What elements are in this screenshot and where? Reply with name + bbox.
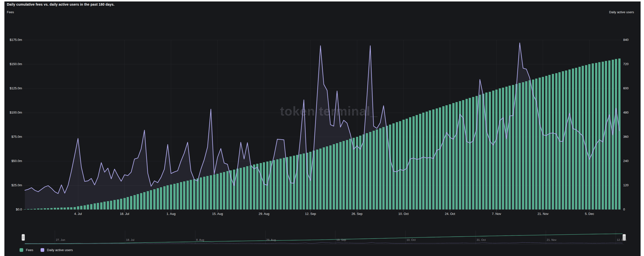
fees-bar (90, 204, 92, 209)
fees-bar (246, 166, 248, 209)
fees-bar (399, 121, 401, 210)
fees-bar (50, 208, 52, 209)
fees-bar (47, 208, 49, 210)
fees-bar (200, 177, 202, 209)
fees-bar (243, 167, 245, 209)
legend-label-daily-active-users: Daily active users (47, 248, 73, 252)
legend-item-daily-active-users[interactable]: Daily active users (40, 248, 73, 252)
fees-bar (27, 209, 29, 209)
fees-bar (130, 196, 132, 209)
fees-bar (446, 105, 448, 209)
fees-bar (300, 154, 302, 209)
fees-bar (223, 172, 225, 209)
fees-bar (595, 63, 597, 209)
fees-bar (140, 193, 142, 209)
fees-bar (213, 174, 216, 209)
fees-bar (495, 90, 498, 209)
fees-bar (389, 125, 391, 209)
fees-bar (376, 129, 378, 209)
fees-bar (120, 199, 122, 209)
fees-bar (163, 186, 166, 209)
fees-bar (605, 61, 607, 209)
fees-bar (466, 99, 468, 209)
fees-bar (117, 199, 119, 209)
fees-bar (127, 197, 129, 210)
fees-bar (396, 122, 398, 209)
fees-bar (472, 97, 474, 209)
navigator-right-handle[interactable] (623, 234, 626, 240)
fees-bar (180, 182, 182, 209)
fees-bar (256, 164, 258, 209)
fees-bar (216, 174, 218, 210)
legend: Fees Daily active users (20, 248, 73, 252)
fees-bar (253, 164, 255, 209)
fees-bar (555, 73, 558, 209)
fees-bar (618, 59, 620, 209)
fees-bar (44, 208, 46, 209)
fees-bar (538, 78, 541, 209)
legend-label-fees: Fees (26, 248, 33, 252)
fees-bar (280, 159, 282, 209)
fees-bar (452, 103, 454, 209)
fees-bar (67, 207, 69, 209)
fees-bar (276, 159, 278, 209)
fees-bar (54, 208, 56, 209)
fees-bar (615, 59, 617, 209)
fees-bar (406, 119, 408, 209)
fees-bar (528, 80, 531, 209)
fees-bar (183, 181, 185, 209)
fees-bar (416, 115, 418, 210)
fees-bar (319, 149, 322, 210)
fees-bar (575, 68, 577, 209)
fees-bar (110, 201, 112, 209)
legend-item-fees[interactable]: Fees (20, 248, 33, 252)
fees-bar (270, 161, 272, 209)
fees-swatch-icon (20, 248, 23, 252)
fees-bar (316, 150, 318, 209)
fees-bar (34, 209, 36, 209)
fees-bar (326, 146, 328, 209)
navigator-right-handle-grip[interactable] (623, 234, 626, 240)
fees-bar (422, 113, 424, 209)
navigator-left-handle-grip[interactable] (22, 234, 25, 240)
fees-bar (608, 61, 610, 209)
fees-bar (462, 100, 464, 210)
fees-bar (578, 67, 581, 209)
fees-bar (303, 153, 305, 209)
daily-active-users-swatch-icon (40, 248, 44, 252)
fees-bar (107, 201, 109, 209)
fees-bar (392, 123, 394, 209)
fees-bar (94, 203, 96, 209)
fees-bar (426, 112, 428, 209)
fees-bar (366, 133, 368, 209)
navigator-left-handle[interactable] (22, 234, 25, 240)
fees-bar (137, 194, 139, 209)
fees-bar (548, 75, 550, 209)
fees-bar (369, 132, 372, 209)
fees-bar (240, 168, 242, 209)
fees-bar (124, 198, 126, 210)
chart-plot-area[interactable] (0, 0, 644, 256)
fees-bar (492, 91, 494, 209)
fees-bar (260, 163, 262, 210)
fees-bar (150, 190, 152, 209)
fees-bar (170, 184, 172, 209)
fees-bar (134, 195, 136, 209)
fees-bar (60, 207, 62, 209)
fees-bar (84, 205, 86, 209)
fees-bar (508, 86, 511, 209)
fees-bar (372, 131, 375, 209)
fees-bar (157, 188, 159, 209)
fees-bar (432, 109, 434, 209)
fees-bar (516, 84, 518, 209)
fees-bar (409, 117, 411, 209)
fees-bar (97, 203, 99, 209)
fees-bar (402, 120, 405, 209)
navigator[interactable] (22, 230, 626, 244)
fees-bar (166, 185, 169, 209)
fees-bar (429, 110, 431, 209)
fees-bar (190, 180, 192, 209)
fees-bar (379, 128, 382, 209)
fees-bar (436, 108, 438, 209)
fees-bar (585, 65, 587, 209)
